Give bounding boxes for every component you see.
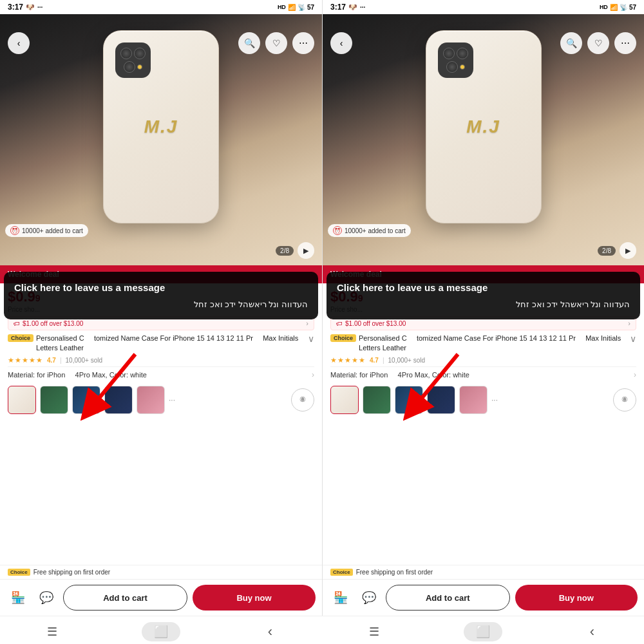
- back-btn-left[interactable]: ‹: [8, 32, 30, 54]
- wifi-icon-right: 📡: [620, 4, 627, 11]
- variant-white-right[interactable]: [330, 386, 359, 414]
- back-icon-right[interactable]: ‹: [578, 622, 606, 641]
- status-time-left: 3:17: [8, 3, 23, 12]
- variant-dkblue-left[interactable]: [104, 386, 133, 414]
- buy-now-btn-left[interactable]: Buy now: [193, 585, 316, 611]
- search-btn-left[interactable]: 🔍: [238, 32, 260, 54]
- battery-right: 57: [629, 4, 636, 11]
- cart-small-icon-right: ⏰: [333, 226, 342, 235]
- menu-icon-left[interactable]: ☰: [38, 622, 66, 641]
- add-to-cart-btn-left[interactable]: Add to cart: [63, 585, 187, 611]
- added-to-cart-left: ⏰ 10000+ added to cart: [5, 224, 88, 237]
- flash-left: [137, 64, 142, 70]
- material-text-right: Material: for iPhon 4Pro Max, Color: whi…: [330, 371, 634, 379]
- material-arrow-left: ›: [312, 370, 314, 379]
- add-to-cart-btn-right[interactable]: Add to cart: [386, 585, 510, 611]
- store-icon-left[interactable]: 🏪: [6, 586, 30, 609]
- expand-btn-left[interactable]: ∨: [308, 334, 314, 344]
- home-icon-left[interactable]: ⬜: [142, 622, 180, 641]
- more-variants-right[interactable]: ···: [491, 395, 498, 404]
- signal-icon-right: 📶: [610, 4, 618, 11]
- top-nav-right: ‹ 🔍 ♡ ⋯: [323, 32, 644, 54]
- share-btn-left[interactable]: ⋯: [292, 32, 314, 54]
- right-panel: 3:17 🐶 ··· HD 📶 📡 57: [322, 0, 644, 616]
- added-text-right: 10000+ added to cart: [345, 227, 406, 234]
- message-tooltip-right[interactable]: Click here to leave us a message העדווה …: [327, 272, 640, 319]
- rating-row-right: ★★★★★ 4.7 | 10,000+ sold: [330, 356, 636, 365]
- nav-right-right: 🔍 ♡ ⋯: [560, 32, 636, 54]
- status-emoji-left: 🐶: [26, 3, 35, 12]
- rating-row-left: ★★★★★ 4.7 | 10,000+ sold: [8, 356, 314, 365]
- material-text-left: Material: for iPhon 4Pro Max, Color: whi…: [8, 371, 312, 379]
- hd-icon-right: HD: [600, 4, 608, 10]
- pagination-right: 2/8 ▶: [598, 242, 636, 259]
- rating-left: 4.7: [47, 357, 56, 364]
- flash-right: [460, 64, 465, 70]
- back-btn-right[interactable]: ‹: [330, 32, 352, 54]
- variant-pink-left[interactable]: [137, 386, 165, 414]
- lens-3-left: [124, 61, 135, 73]
- hd-icon: HD: [278, 4, 286, 10]
- product-title-left: Personalised C tomized Name Case For iPh…: [36, 334, 305, 354]
- product-title-right: Personalised C tomized Name Case For iPh…: [359, 334, 627, 354]
- message-tooltip-left[interactable]: Click here to leave us a message העדווה …: [4, 272, 318, 319]
- top-nav-left: ‹ 🔍 ♡ ⋯: [0, 32, 322, 54]
- discount-icon-right: 🏷: [336, 320, 343, 327]
- chat-icon-left[interactable]: 💬: [35, 586, 58, 609]
- discount-text-left: $1.00 off over $13.00: [23, 320, 83, 327]
- status-icons-right: HD 📶 📡 57: [600, 4, 636, 11]
- phone-case-right: M.J: [426, 30, 542, 223]
- more-variants-left[interactable]: ···: [169, 395, 175, 404]
- product-title-row-right: Choice Personalised C tomized Name Case …: [330, 334, 636, 354]
- search-btn-right[interactable]: 🔍: [560, 32, 582, 54]
- battery-left: 57: [307, 4, 314, 11]
- product-info-right: $0.99 Price sho... 🏷 $1.00 off over $13.…: [323, 283, 644, 565]
- share-btn-right[interactable]: ⋯: [614, 32, 636, 54]
- tooltip-line2-right: העדווה ונל ריאשהל ידכ ואכ זחל: [337, 298, 630, 311]
- choice-badge-left: Choice: [8, 334, 33, 342]
- variant-green-right[interactable]: [363, 386, 391, 414]
- nav-right-left: 🔍 ♡ ⋯: [238, 32, 314, 54]
- free-ship-choice-right: Choice: [330, 569, 353, 576]
- wishlist-btn-right[interactable]: ♡: [587, 32, 609, 54]
- variant-white-left[interactable]: [8, 386, 36, 414]
- discount-icon-left: 🏷: [14, 320, 20, 327]
- free-shipping-left: Choice Free shipping on first order: [0, 565, 322, 579]
- choice-badge-right: Choice: [330, 334, 356, 342]
- expand-btn-right[interactable]: ∨: [630, 334, 636, 344]
- free-shipping-right: Choice Free shipping on first order: [323, 565, 644, 579]
- stars-right: ★★★★★: [330, 356, 366, 365]
- separator-left: |: [60, 357, 62, 364]
- status-bar-left: 3:17 🐶 ··· HD 📶 📡 57: [0, 0, 322, 14]
- cart-small-icon-left: ⏰: [10, 226, 19, 235]
- action-bar-left: 🏪 💬 Add to cart Buy now: [0, 579, 322, 616]
- next-btn-left[interactable]: ▶: [298, 242, 314, 259]
- reviews-left: 10,000+ sold: [66, 357, 103, 364]
- wishlist-btn-left[interactable]: ♡: [265, 32, 287, 54]
- variant-blue-left[interactable]: [72, 386, 100, 414]
- stars-left: ★★★★★: [8, 356, 43, 365]
- tooltip-line1-right: Click here to leave us a message: [337, 281, 630, 296]
- cart-count-right[interactable]: ⑧: [613, 388, 636, 412]
- product-image-right: M.J ‹ 🔍 ♡ ⋯ ⏰ 10000+ added to cart 2/8: [323, 14, 644, 265]
- menu-icon-right[interactable]: ☰: [360, 622, 388, 641]
- buy-now-btn-right[interactable]: Buy now: [515, 585, 638, 611]
- variant-pink-right[interactable]: [459, 386, 488, 414]
- status-dots-left: ···: [37, 4, 43, 11]
- variant-dkblue-right[interactable]: [427, 386, 455, 414]
- variants-row-left: ··· ⑧: [8, 383, 314, 417]
- variant-blue-right[interactable]: [395, 386, 423, 414]
- material-row-right[interactable]: Material: for iPhon 4Pro Max, Color: whi…: [330, 366, 636, 383]
- lens-3-right: [446, 61, 458, 73]
- next-btn-right[interactable]: ▶: [620, 242, 636, 259]
- cart-count-left[interactable]: ⑧: [291, 388, 314, 412]
- action-bar-right: 🏪 💬 Add to cart Buy now: [323, 579, 644, 616]
- case-initials-left: M.J: [144, 117, 178, 137]
- variant-green-left[interactable]: [40, 386, 68, 414]
- back-icon-left[interactable]: ‹: [256, 622, 284, 641]
- wifi-icon-left: 📡: [298, 4, 305, 11]
- chat-icon-right[interactable]: 💬: [357, 586, 381, 609]
- home-icon-right[interactable]: ⬜: [464, 622, 502, 641]
- material-row-left[interactable]: Material: for iPhon 4Pro Max, Color: whi…: [8, 366, 314, 383]
- store-icon-right[interactable]: 🏪: [329, 586, 352, 609]
